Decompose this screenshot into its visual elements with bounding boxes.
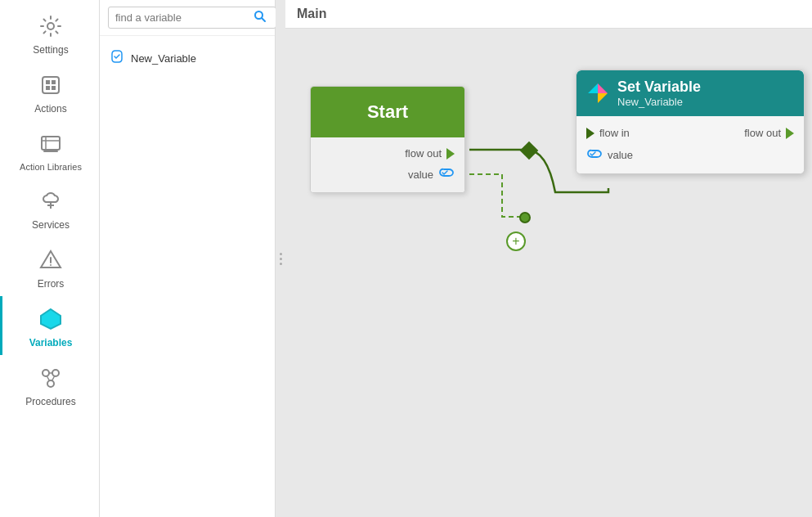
errors-icon [36,245,65,275]
start-flow-out-port: flow out [321,144,455,163]
svg-rect-5 [52,86,56,90]
sidebar-item-services[interactable]: Services [0,178,99,237]
canvas-title: Main [297,7,326,20]
set-variable-body: flow in flow out [576,116,804,173]
sidebar-item-procedures-label: Procedures [25,396,75,407]
svg-line-20 [52,376,55,381]
svg-line-22 [262,18,265,21]
resize-dots [280,253,282,265]
svg-marker-25 [588,83,598,93]
sidebar-item-services-label: Services [32,219,70,231]
search-button[interactable] [253,10,267,25]
svg-marker-14 [41,309,61,329]
sv-flow-out-arrow [786,128,794,139]
svg-point-0 [47,23,54,29]
set-variable-icon [586,82,609,105]
sidebar-item-errors[interactable]: Errors [0,237,99,296]
canvas-area: Main + Start flow out [285,0,812,517]
variable-search-container [100,0,275,36]
start-node-body: flow out value [311,137,464,192]
sidebar-item-variables[interactable]: Variables [0,296,99,355]
set-variable-title: Set Variable [617,79,701,96]
start-flow-out-label: flow out [405,147,442,160]
action-libraries-icon [36,129,65,159]
svg-line-19 [47,376,50,381]
settings-icon [36,11,65,41]
canvas-content[interactable]: + Start flow out value [285,29,812,515]
set-variable-node[interactable]: Set Variable New_Variable flow in flow o… [576,70,805,174]
sv-flow-row: flow in flow out [586,123,794,143]
sidebar-item-variables-label: Variables [29,337,73,348]
svg-marker-26 [598,93,608,103]
sidebar-item-settings[interactable]: Settings [0,3,99,62]
variable-icon [110,49,124,67]
start-flow-out-arrow [446,148,455,160]
svg-rect-3 [52,80,56,84]
variable-name: New_Variable [131,52,196,65]
set-variable-header: Set Variable New_Variable [576,70,804,116]
svg-point-15 [43,370,49,376]
sv-value-label: value [608,149,633,161]
start-value-label: value [408,169,433,181]
svg-point-16 [52,370,59,376]
variable-item[interactable]: New_Variable [106,44,268,72]
canvas-header: Main [285,0,812,29]
sidebar-item-actions[interactable]: Actions [0,62,99,121]
svg-point-13 [50,264,52,266]
sidebar-item-action-libraries-label: Action Libraries [20,162,82,172]
variable-list: New_Variable [100,36,275,80]
variables-icon [36,304,65,334]
start-node-header: Start [311,87,464,137]
diamond-connector [520,142,539,160]
services-icon [36,187,65,216]
sv-flow-in-label: flow in [599,127,630,139]
svg-marker-24 [598,83,608,93]
svg-rect-4 [46,86,50,90]
search-input[interactable] [108,7,276,29]
sv-value-icon [586,147,603,163]
sidebar-item-procedures[interactable]: Procedures [0,355,99,414]
sv-flow-in-arrow [586,128,594,139]
svg-rect-1 [43,77,59,93]
add-connection-button[interactable]: + [506,232,526,251]
sidebar-item-action-libraries[interactable]: Action Libraries [0,121,99,178]
actions-icon [36,70,65,100]
sidebar-item-actions-label: Actions [34,103,66,115]
sv-flow-out-label: flow out [744,127,781,139]
sv-value-row: value [586,143,794,167]
variable-panel: New_Variable [100,0,276,517]
procedures-icon [36,363,65,393]
svg-marker-27 [588,93,598,103]
value-connector [519,212,531,223]
sidebar: Settings Actions Action Libraries [0,0,100,517]
svg-point-17 [47,380,54,387]
start-node-title: Start [367,101,408,122]
sidebar-item-settings-label: Settings [33,44,68,56]
set-variable-subtitle: New_Variable [617,96,701,108]
start-node[interactable]: Start flow out value [310,86,465,193]
start-value-port: value [321,163,455,186]
sidebar-item-errors-label: Errors [38,278,65,290]
svg-rect-6 [42,137,60,150]
start-value-icon [438,166,455,182]
resize-handle[interactable] [276,0,285,517]
svg-rect-2 [46,80,50,84]
